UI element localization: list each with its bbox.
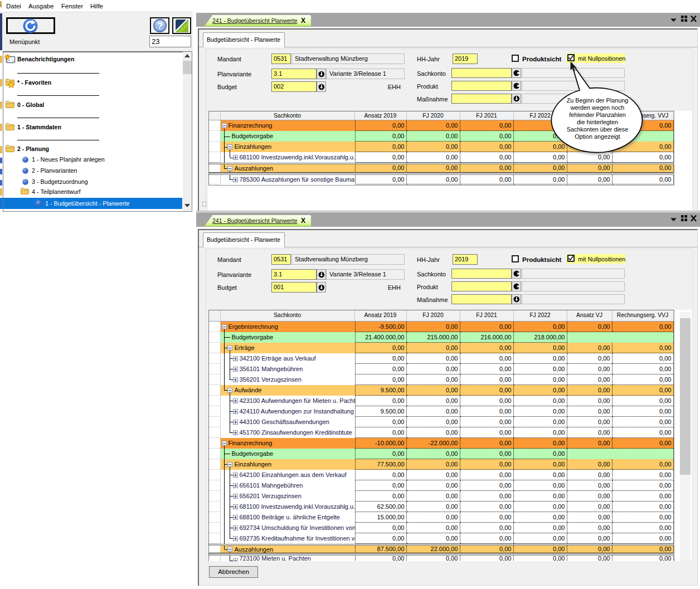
svg-text:?: ? bbox=[157, 21, 163, 31]
